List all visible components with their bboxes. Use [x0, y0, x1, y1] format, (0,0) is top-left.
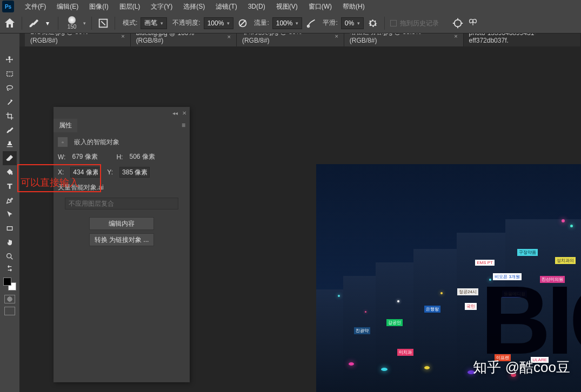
- doc-tab-active[interactable]: photo-1539646899451-eff372db037f.: [464, 33, 581, 46]
- menu-3d[interactable]: 3D(D): [243, 3, 271, 10]
- bucket-tool-icon[interactable]: [3, 165, 17, 179]
- document-image[interactable]: 구정약품 성치과의 EMS PT 비오픈 3개원 진선미의원 정공24시 동물메…: [316, 164, 581, 392]
- mode-select[interactable]: 画笔▾: [141, 17, 167, 29]
- close-icon[interactable]: ✕: [182, 110, 186, 116]
- opacity-select[interactable]: 100%▾: [204, 17, 234, 29]
- ps-logo-icon: Ps: [2, 1, 14, 12]
- stamp-tool-icon[interactable]: [3, 137, 17, 151]
- target-icon[interactable]: [452, 17, 464, 29]
- smartobject-icon: ▫: [58, 137, 68, 147]
- y-label: Y:: [107, 168, 113, 176]
- document-tabs: BIG街道.jpg @ 50%(RGB/8#)× bluebig.jpg @ 1…: [0, 33, 581, 46]
- annotation-text: 可以直接输入: [21, 176, 79, 189]
- doc-tab[interactable]: 非常完美.jpg @ 50%(RGB/8#)×: [237, 33, 344, 46]
- h-label: H:: [116, 153, 123, 161]
- type-tool-icon[interactable]: [3, 179, 17, 193]
- opacity-label: 不透明度:: [172, 18, 200, 28]
- brush-panel-icon[interactable]: [97, 17, 109, 29]
- doc-tab[interactable]: bluebig.jpg @ 100%(RGB/8#)×: [131, 33, 237, 46]
- doc-tab[interactable]: 哈雷运动者.jpg @ 33.3%(RGB/8#)×: [344, 33, 464, 46]
- pressure-opacity-icon[interactable]: [237, 17, 249, 29]
- close-icon[interactable]: ×: [454, 33, 457, 39]
- svg-rect-4: [7, 72, 13, 76]
- crop-tool-icon[interactable]: [3, 109, 17, 123]
- lasso-tool-icon[interactable]: [3, 81, 17, 95]
- menu-file[interactable]: 文件(F): [19, 2, 51, 11]
- toolbar: [0, 33, 19, 392]
- w-value: 679 像素: [72, 152, 110, 161]
- menu-type[interactable]: 文字(Y): [145, 2, 178, 11]
- swap-icon[interactable]: [3, 263, 17, 273]
- options-bar: ▾ 150 ▾ 模式: 画笔▾ 不透明度: 100%▾ 流量: 100%▾ 平滑…: [0, 13, 581, 33]
- svg-rect-6: [7, 227, 12, 231]
- brush-preset[interactable]: 150: [64, 16, 80, 30]
- shape-tool-icon[interactable]: [3, 221, 17, 235]
- flow-label: 流量:: [254, 18, 269, 28]
- zoom-tool-icon[interactable]: [3, 249, 17, 263]
- menu-edit[interactable]: 编辑(E): [51, 2, 84, 11]
- svg-point-5: [7, 85, 13, 89]
- path-select-icon[interactable]: [3, 207, 17, 221]
- marquee-tool-icon[interactable]: [3, 67, 17, 81]
- eraser-tool-icon[interactable]: [3, 151, 17, 165]
- airbrush-icon[interactable]: [305, 17, 317, 29]
- watermark: 知乎 @酷coo豆: [473, 358, 570, 377]
- convert-linked-button[interactable]: 转换 为链接对象 ...: [89, 233, 154, 246]
- mode-label: 模式:: [123, 18, 137, 28]
- panel-menu-icon[interactable]: ≡: [182, 121, 185, 129]
- menu-layer[interactable]: 图层(L): [114, 2, 146, 11]
- h-value: 506 像素: [129, 152, 155, 161]
- close-icon[interactable]: ×: [228, 33, 231, 40]
- layer-comp-select[interactable]: 不应用图层复合: [65, 198, 178, 209]
- quickmask-icon[interactable]: [4, 295, 15, 303]
- move-tool-icon[interactable]: [3, 53, 17, 67]
- menu-filter[interactable]: 滤镜(T): [210, 2, 242, 11]
- smooth-select[interactable]: 0%▾: [341, 17, 364, 29]
- close-icon[interactable]: ×: [335, 33, 338, 39]
- svg-point-3: [455, 19, 462, 26]
- menu-window[interactable]: 窗口(W): [303, 2, 337, 11]
- y-input[interactable]: [119, 167, 150, 178]
- screenmode-icon[interactable]: [4, 307, 15, 315]
- history-search[interactable]: [400, 19, 449, 27]
- brush-tool-icon[interactable]: [28, 17, 39, 29]
- smooth-label: 平滑:: [323, 18, 337, 28]
- close-icon[interactable]: ×: [121, 33, 124, 39]
- menu-help[interactable]: 帮助(H): [337, 2, 370, 11]
- menubar: Ps 文件(F) 编辑(E) 图像(I) 图层(L) 文字(Y) 选择(S) 滤…: [0, 0, 581, 13]
- doc-tab[interactable]: BIG街道.jpg @ 50%(RGB/8#)×: [25, 33, 131, 46]
- settings-gear-icon[interactable]: [367, 17, 379, 29]
- brush-size: 150: [68, 24, 77, 30]
- menu-image[interactable]: 图像(I): [84, 2, 113, 11]
- panel-tab-properties[interactable]: 属性: [54, 119, 77, 132]
- home-icon[interactable]: [3, 17, 16, 30]
- pen-tool-icon[interactable]: [3, 193, 17, 207]
- panel-subtitle: 嵌入的智能对象: [74, 138, 119, 147]
- edit-contents-button[interactable]: 编辑内容: [89, 217, 154, 230]
- menu-select[interactable]: 选择(S): [178, 2, 210, 11]
- history-checkbox[interactable]: [390, 20, 397, 26]
- color-swatches[interactable]: [3, 278, 16, 290]
- svg-point-7: [7, 254, 11, 258]
- wand-tool-icon[interactable]: [3, 95, 17, 109]
- flow-select[interactable]: 100%▾: [272, 17, 303, 29]
- brush-tool-icon[interactable]: [3, 123, 17, 137]
- butterfly-icon[interactable]: [467, 17, 479, 29]
- hand-tool-icon[interactable]: [3, 235, 17, 249]
- properties-panel[interactable]: ◂◂ ✕ 属性 ≡ ▫ 嵌入的智能对象 W: 679 像素 H: 506 像素 …: [54, 107, 190, 382]
- menu-view[interactable]: 视图(V): [271, 2, 303, 11]
- w-label: W:: [58, 153, 65, 161]
- collapse-icon[interactable]: ◂◂: [172, 110, 178, 116]
